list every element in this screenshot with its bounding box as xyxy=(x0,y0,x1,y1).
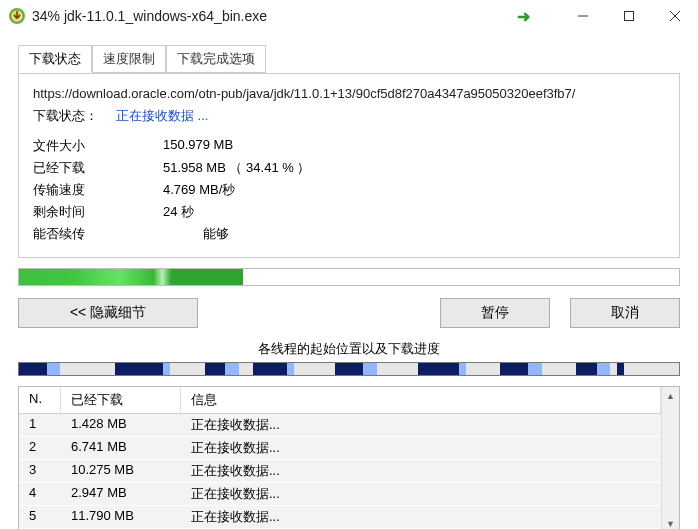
progress-bar xyxy=(18,268,680,286)
title-bar: 34% jdk-11.0.1_windows-x64_bin.exe ➜ xyxy=(0,0,698,32)
cell-info: 正在接收数据... xyxy=(181,460,661,482)
speed-value: 4.769 MB/秒 xyxy=(163,181,665,199)
col-header-n[interactable]: N. xyxy=(19,387,61,413)
maximize-button[interactable] xyxy=(606,0,652,32)
remaining-value: 24 秒 xyxy=(163,203,665,221)
file-size-value: 150.979 MB xyxy=(163,137,665,155)
cell-downloaded: 11.790 MB xyxy=(61,506,181,528)
scroll-down-icon[interactable]: ▼ xyxy=(662,515,679,529)
cell-n: 1 xyxy=(19,414,61,436)
table-row[interactable]: 42.947 MB正在接收数据... xyxy=(19,483,661,506)
cell-downloaded: 10.275 MB xyxy=(61,460,181,482)
status-value: 正在接收数据 ... xyxy=(116,107,208,125)
resumable-label: 能否续传 xyxy=(33,225,163,243)
table-row[interactable]: 26.741 MB正在接收数据... xyxy=(19,437,661,460)
tab-on-complete[interactable]: 下载完成选项 xyxy=(166,45,266,73)
button-row: << 隐藏细节 暂停 取消 xyxy=(18,298,680,328)
table-row[interactable]: 310.275 MB正在接收数据... xyxy=(19,460,661,483)
cell-info: 正在接收数据... xyxy=(181,437,661,459)
minimize-button[interactable] xyxy=(560,0,606,32)
scroll-up-icon[interactable]: ▲ xyxy=(662,387,679,405)
cell-info: 正在接收数据... xyxy=(181,506,661,528)
cell-downloaded: 6.741 MB xyxy=(61,437,181,459)
status-label: 下载状态： xyxy=(33,107,98,125)
cell-n: 3 xyxy=(19,460,61,482)
thread-table-header: N. 已经下载 信息 xyxy=(19,387,661,414)
tab-download-status[interactable]: 下载状态 xyxy=(18,45,92,73)
thread-map xyxy=(18,362,680,376)
speed-label: 传输速度 xyxy=(33,181,163,199)
file-size-label: 文件大小 xyxy=(33,137,163,155)
resumable-value: 能够 xyxy=(163,225,665,243)
tab-speed-limit[interactable]: 速度限制 xyxy=(92,45,166,73)
cell-n: 4 xyxy=(19,483,61,505)
col-header-info[interactable]: 信息 xyxy=(181,387,661,413)
tab-strip: 下载状态 速度限制 下载完成选项 xyxy=(0,32,698,73)
vertical-scrollbar[interactable]: ▲ ▼ xyxy=(661,387,679,529)
progress-fill xyxy=(19,269,243,285)
remaining-label: 剩余时间 xyxy=(33,203,163,221)
table-row[interactable]: 11.428 MB正在接收数据... xyxy=(19,414,661,437)
cell-downloaded: 2.947 MB xyxy=(61,483,181,505)
app-icon xyxy=(8,7,26,25)
hide-details-button[interactable]: << 隐藏细节 xyxy=(18,298,198,328)
cancel-button[interactable]: 取消 xyxy=(570,298,680,328)
stats-table: 文件大小 150.979 MB 已经下载 51.958 MB （ 34.41 %… xyxy=(33,137,665,243)
table-row[interactable]: 511.790 MB正在接收数据... xyxy=(19,506,661,529)
cell-info: 正在接收数据... xyxy=(181,414,661,436)
cell-downloaded: 1.428 MB xyxy=(61,414,181,436)
thread-table: N. 已经下载 信息 11.428 MB正在接收数据...26.741 MB正在… xyxy=(18,386,680,529)
cell-n: 5 xyxy=(19,506,61,528)
svg-rect-4 xyxy=(625,12,634,21)
close-button[interactable] xyxy=(652,0,698,32)
cell-n: 2 xyxy=(19,437,61,459)
downloaded-label: 已经下载 xyxy=(33,159,163,177)
window-title: 34% jdk-11.0.1_windows-x64_bin.exe xyxy=(32,8,507,24)
col-header-downloaded[interactable]: 已经下载 xyxy=(61,387,181,413)
transfer-arrow-icon: ➜ xyxy=(507,7,560,26)
status-line: 下载状态： 正在接收数据 ... xyxy=(33,107,665,125)
pause-button[interactable]: 暂停 xyxy=(440,298,550,328)
threads-title: 各线程的起始位置以及下载进度 xyxy=(0,340,698,358)
download-status-panel: https://download.oracle.com/otn-pub/java… xyxy=(18,73,680,258)
download-url: https://download.oracle.com/otn-pub/java… xyxy=(33,86,665,101)
scroll-track[interactable] xyxy=(662,405,679,515)
downloaded-value: 51.958 MB （ 34.41 % ） xyxy=(163,159,665,177)
cell-info: 正在接收数据... xyxy=(181,483,661,505)
